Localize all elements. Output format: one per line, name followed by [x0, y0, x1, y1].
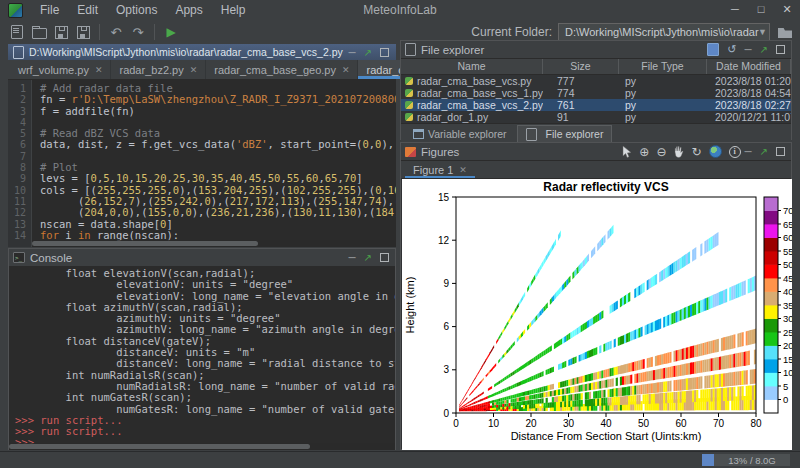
- figures-title-bar[interactable]: Figures ⊕ ⊖ ↻ i ─ ↗: [401, 143, 791, 161]
- editor-tab[interactable]: wrf_volume.py✕: [10, 60, 111, 79]
- file-icon: [405, 43, 416, 56]
- menu-file[interactable]: File: [31, 3, 68, 17]
- rotate-icon[interactable]: ↻: [691, 146, 701, 158]
- console-title-bar[interactable]: >_ Console ─ ↗: [9, 249, 395, 267]
- explorer-float-icon[interactable]: [776, 45, 785, 54]
- open-folder-button[interactable]: [29, 22, 49, 42]
- pointer-icon[interactable]: [622, 146, 632, 158]
- file-name: radar_cma_base_vcs_2.py: [417, 99, 543, 111]
- zoom-in-icon[interactable]: ⊕: [639, 146, 649, 158]
- svg-text:70: 70: [713, 418, 725, 429]
- menu-help[interactable]: Help: [212, 3, 255, 17]
- scrollbar-thumb[interactable]: [9, 444, 310, 449]
- explorer-detach-icon[interactable]: ↗: [760, 44, 768, 55]
- explorer-minimize-icon[interactable]: ─: [745, 44, 752, 55]
- refresh-icon[interactable]: ↺: [727, 43, 736, 56]
- console-horizontal-scrollbar[interactable]: [9, 443, 395, 450]
- console-float-icon[interactable]: [380, 253, 389, 262]
- vcs-chart[interactable]: 0102030405060708003691215Radar reflectiv…: [402, 179, 790, 450]
- file-table-header: NameSizeFile TypeDate Modified: [401, 59, 791, 75]
- browse-folder-icon[interactable]: [778, 28, 792, 38]
- column-header[interactable]: Name: [401, 59, 543, 74]
- status-bar: 13% / 8.0G: [0, 451, 800, 468]
- save-all-button[interactable]: [73, 22, 93, 42]
- file-name: radar_dor_1.py: [417, 111, 488, 123]
- run-script-button[interactable]: ▶: [161, 22, 181, 42]
- svg-text:5: 5: [783, 381, 788, 392]
- tab-file-explorer[interactable]: File explorer: [517, 125, 613, 143]
- code-text[interactable]: # Add radar data file fn = r'D:\Temp\LaS…: [32, 80, 396, 247]
- undo-button[interactable]: ↶: [106, 22, 126, 42]
- menu-apps[interactable]: Apps: [166, 3, 211, 17]
- tab-variable-explorer[interactable]: Variable explorer: [405, 126, 515, 142]
- editor-tab[interactable]: radar_bz2.py✕: [111, 60, 206, 79]
- svg-text:Distance From Section Start (U: Distance From Section Start (Uints:km): [511, 430, 702, 442]
- file-explorer-title-bar[interactable]: File explorer ↺ ─ ↗: [401, 41, 791, 59]
- window-maximize-icon[interactable]: □: [748, 0, 774, 20]
- table-row[interactable]: radar_cma_base_vcs.py777py2023/8/18 01:2…: [401, 75, 791, 87]
- window-minimize-icon[interactable]: ─: [722, 0, 748, 20]
- chevron-down-icon[interactable]: ▼: [758, 24, 767, 41]
- code-editor[interactable]: 1234567891011121314 # Add radar data fil…: [8, 80, 396, 247]
- variables-grid-icon: [413, 129, 424, 139]
- globe-icon[interactable]: [709, 145, 722, 158]
- titlebar: FileEditOptionsAppsHelp MeteoInfoLab ─ □…: [0, 0, 800, 20]
- file-table-rows: radar_cma_base_vcs.py777py2023/8/18 01:2…: [401, 75, 791, 123]
- close-tab-icon[interactable]: ✕: [190, 65, 198, 75]
- svg-text:30: 30: [783, 313, 792, 324]
- file-explorer-title: File explorer: [421, 44, 484, 56]
- close-tab-icon[interactable]: ✕: [95, 65, 103, 75]
- file-size: 761: [543, 99, 619, 111]
- editor-horizontal-scrollbar[interactable]: [32, 240, 396, 247]
- column-header[interactable]: Date Modified: [707, 59, 791, 74]
- svg-text:65: 65: [783, 219, 792, 230]
- info-icon[interactable]: i: [729, 146, 741, 158]
- memory-usage-text: 13% / 8.0G: [714, 455, 790, 466]
- column-header[interactable]: File Type: [619, 59, 707, 74]
- editor-tab[interactable]: radar_cma_base_geo.py✕: [206, 60, 358, 79]
- console-detach-icon[interactable]: ↗: [364, 252, 372, 263]
- save-icon: [55, 26, 68, 39]
- tab-label: File explorer: [546, 128, 604, 140]
- run-icon: ▶: [166, 26, 175, 38]
- svg-text:20: 20: [525, 418, 537, 429]
- python-file-icon: [405, 89, 413, 97]
- memory-indicator[interactable]: 13% / 8.0G: [702, 454, 790, 466]
- editor-detach-icon[interactable]: ↗: [364, 47, 372, 58]
- figure-tab[interactable]: Figure 1✕: [405, 161, 475, 178]
- figures-float-icon[interactable]: [776, 147, 785, 156]
- window-close-icon[interactable]: ✕: [774, 0, 800, 20]
- editor-title-bar[interactable]: D:\Working\MIScript\Jython\mis\io\radar\…: [8, 44, 396, 60]
- new-file-button[interactable]: [7, 22, 27, 42]
- current-folder-combobox[interactable]: D:\Working\MIScript\Jython\mis\io\radar …: [558, 23, 770, 42]
- zoom-out-icon[interactable]: ⊖: [656, 146, 666, 158]
- app-logo-icon: [8, 3, 23, 18]
- terminal-icon: >_: [13, 252, 25, 263]
- editor-minimize-icon[interactable]: ─: [349, 47, 356, 58]
- table-row[interactable]: radar_cma_base_vcs_1.py774py2023/8/18 04…: [401, 87, 791, 99]
- svg-text:80: 80: [750, 418, 762, 429]
- toolbar-separator: [154, 24, 155, 40]
- redo-button[interactable]: ↷: [128, 22, 148, 42]
- menu-options[interactable]: Options: [107, 3, 166, 17]
- console-panel: >_ Console ─ ↗ float elevationV(scan,rad…: [8, 248, 396, 450]
- table-row[interactable]: radar_dor_1.py91py2020/12/21 11:07: [401, 111, 791, 123]
- save-button[interactable]: [51, 22, 71, 42]
- figures-detach-icon[interactable]: ↗: [760, 146, 768, 157]
- clipboard-icon[interactable]: [707, 43, 719, 56]
- menu-edit[interactable]: Edit: [68, 3, 107, 17]
- svg-text:12: 12: [438, 235, 450, 246]
- column-header[interactable]: Size: [543, 59, 619, 74]
- scrollbar-thumb[interactable]: [32, 241, 258, 246]
- svg-text:45: 45: [783, 273, 792, 284]
- console-minimize-icon[interactable]: ─: [349, 252, 356, 263]
- console-output[interactable]: float elevationV(scan,radial); elevation…: [9, 267, 395, 450]
- pan-hand-icon[interactable]: [673, 146, 684, 158]
- svg-text:25: 25: [783, 327, 792, 338]
- figures-minimize-icon[interactable]: ─: [745, 146, 752, 157]
- close-tab-icon[interactable]: ✕: [459, 165, 467, 175]
- close-tab-icon[interactable]: ✕: [342, 65, 350, 75]
- table-row[interactable]: radar_cma_base_vcs_2.py761py2023/8/18 02…: [401, 99, 791, 111]
- editor-float-icon[interactable]: [380, 48, 389, 57]
- figures-title: Figures: [421, 146, 459, 158]
